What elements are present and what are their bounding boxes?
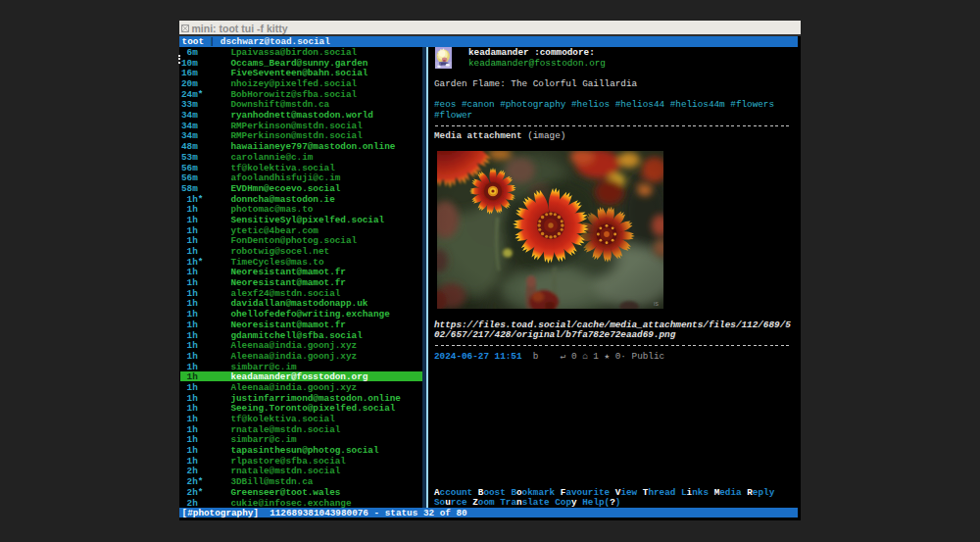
svg-text:IS: IS	[654, 301, 659, 307]
